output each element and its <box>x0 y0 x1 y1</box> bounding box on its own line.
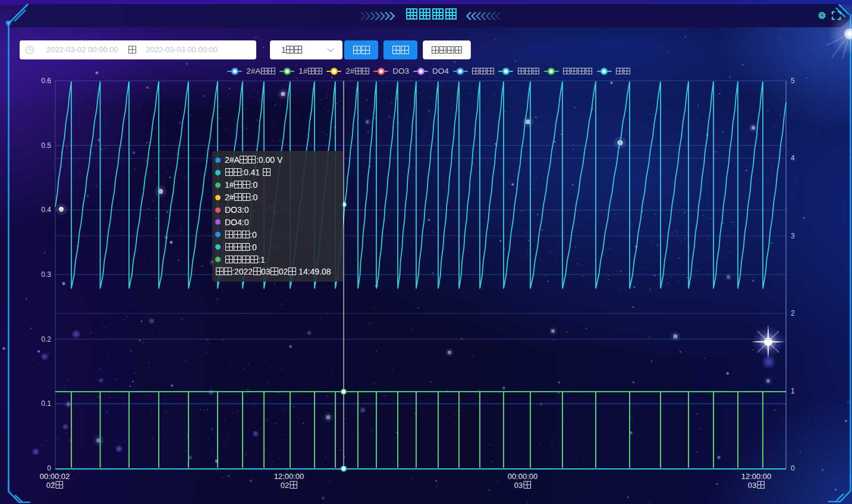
svg-text:0.6: 0.6 <box>41 77 51 85</box>
svg-text:0.2: 0.2 <box>41 335 51 344</box>
svg-text:0: 0 <box>791 464 795 472</box>
svg-text:03: 03 <box>748 481 756 490</box>
svg-text:0: 0 <box>47 464 51 472</box>
svg-text:02: 02 <box>281 481 289 490</box>
svg-text:0.4: 0.4 <box>41 206 51 214</box>
svg-text:3: 3 <box>791 232 795 240</box>
svg-text:03: 03 <box>514 481 523 490</box>
svg-text:0.5: 0.5 <box>41 141 51 150</box>
svg-text:1: 1 <box>791 387 795 395</box>
svg-text:12:00:00: 12:00:00 <box>274 472 304 481</box>
svg-text:00:00:00: 00:00:00 <box>508 472 538 481</box>
svg-text:0.1: 0.1 <box>41 399 51 408</box>
svg-text:5: 5 <box>791 77 795 85</box>
svg-text:00:00:02: 00:00:02 <box>40 472 70 481</box>
svg-text:4: 4 <box>791 154 795 162</box>
svg-text:2: 2 <box>791 309 795 317</box>
svg-text:12:00:00: 12:00:00 <box>741 472 772 481</box>
svg-text:02: 02 <box>46 481 55 490</box>
svg-text:0.3: 0.3 <box>41 270 51 279</box>
